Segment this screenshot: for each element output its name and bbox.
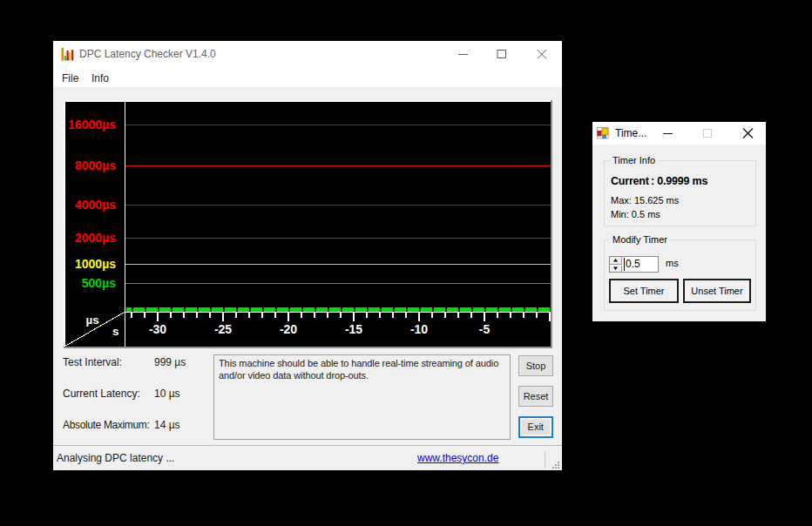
- svg-text:4000µs: 4000µs: [75, 198, 116, 212]
- svg-text:500µs: 500µs: [82, 276, 116, 290]
- svg-text:s: s: [112, 325, 119, 338]
- svg-text:-30: -30: [149, 322, 166, 336]
- svg-text:-20: -20: [280, 322, 297, 336]
- svg-text:2000µs: 2000µs: [75, 231, 116, 245]
- svg-text:-5: -5: [479, 322, 491, 336]
- svg-text:-15: -15: [345, 322, 362, 336]
- svg-text:-25: -25: [214, 322, 232, 336]
- svg-text:16000µs: 16000µs: [68, 118, 116, 132]
- svg-text:-10: -10: [410, 322, 428, 336]
- svg-text:1000µs: 1000µs: [75, 257, 116, 271]
- svg-text:8000µs: 8000µs: [75, 158, 116, 172]
- svg-text:µs: µs: [86, 314, 99, 327]
